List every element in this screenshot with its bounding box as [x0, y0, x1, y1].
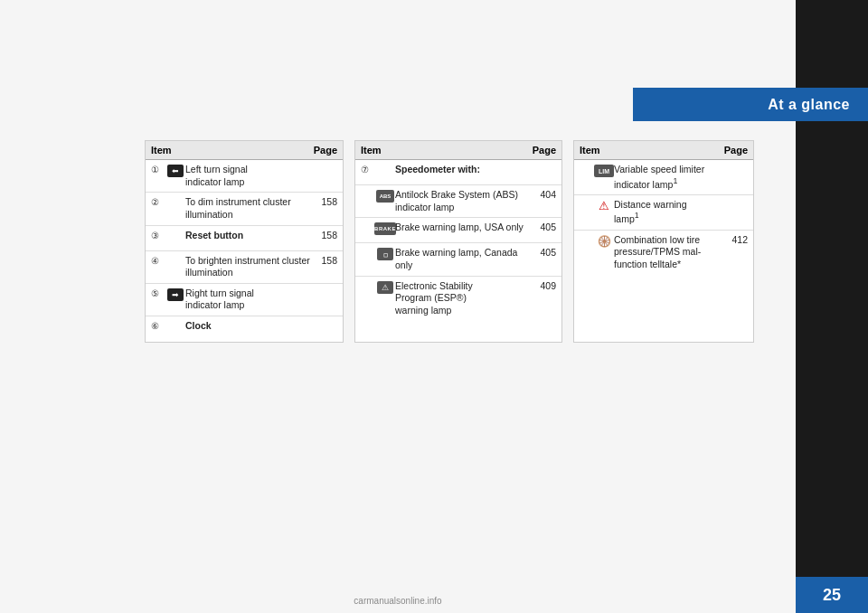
table-2-page-col: Page	[524, 145, 556, 156]
brake-canada-icon: ◻	[375, 247, 395, 260]
row-number: ⑥	[151, 321, 165, 331]
row-text: Clock	[185, 320, 310, 333]
row-text: Variable speed limiterindicator lamp1	[614, 164, 721, 191]
table-1: Item Page ① ⬅ Left turn signalindicator …	[145, 140, 344, 343]
row-text: Speedometer with:	[395, 164, 529, 176]
row-page: 404	[529, 189, 556, 200]
row-text: Distance warninglamp1	[614, 199, 721, 226]
lim-icon: LIM	[594, 164, 614, 177]
watermark: carmanualsonline.info	[0, 596, 796, 606]
tables-container: Item Page ① ⬅ Left turn signalindicator …	[145, 140, 754, 343]
row-page: 405	[529, 222, 556, 232]
table-3: Item Page LIM Variable speed limiterindi…	[573, 140, 754, 343]
turn-right-icon: ➡	[165, 288, 185, 301]
row-text: Combination low tirepressure/TPMS mal-fu…	[614, 234, 721, 271]
tire-pressure-icon: 🛞	[594, 234, 614, 248]
table-row: BRAKE Brake warning lamp, USA only 405	[355, 218, 561, 243]
row-number: ④	[151, 256, 165, 266]
row-page: 158	[310, 230, 337, 240]
table-row: LIM Variable speed limiterindicator lamp…	[574, 160, 753, 195]
no-icon	[165, 255, 185, 256]
row-page: 409	[529, 280, 556, 291]
no-icon	[165, 320, 185, 321]
row-page: 412	[721, 234, 748, 245]
table-3-header: Item Page	[574, 141, 753, 160]
esp-icon: ⚠	[375, 280, 395, 294]
table-2-header: Item Page	[355, 141, 561, 160]
row-number: ①	[151, 165, 165, 174]
row-text: To brighten instrument cluster illuminat…	[185, 255, 310, 279]
row-text: Brake warning lamp, Canada only	[395, 247, 529, 271]
row-text: Electronic StabilityProgram (ESP®)warnin…	[395, 280, 529, 317]
table-row: ① ⬅ Left turn signalindicator lamp	[146, 160, 343, 193]
table-row: ⑥ Clock	[146, 316, 343, 342]
row-page: 405	[529, 247, 556, 258]
no-icon	[375, 164, 395, 165]
row-text: Reset button	[185, 230, 310, 242]
table-1-page-col: Page	[306, 145, 337, 156]
table-3-page-col: Page	[716, 145, 748, 156]
row-text: Left turn signalindicator lamp	[185, 164, 310, 188]
table-1-item-col: Item	[151, 145, 306, 156]
table-row: 🛞 Combination low tirepressure/TPMS mal-…	[574, 231, 753, 275]
row-text: To dim instrument cluster illumination	[185, 196, 310, 221]
table-row: ⑦ Speedometer with:	[355, 160, 561, 185]
no-icon	[165, 196, 185, 197]
row-number: ③	[151, 231, 165, 240]
page-number: 25	[823, 586, 841, 605]
abs-icon: ABS	[375, 189, 395, 203]
table-1-header: Item Page	[146, 141, 343, 160]
watermark-text: carmanualsonline.info	[354, 596, 441, 606]
no-icon	[165, 230, 185, 231]
table-2-item-col: Item	[361, 145, 524, 156]
page-number-box: 25	[796, 577, 868, 613]
brake-icon: BRAKE	[375, 222, 395, 235]
row-text: Right turn signalindicator lamp	[185, 288, 310, 312]
row-number: ⑤	[151, 288, 165, 298]
header-title: At a glance	[768, 97, 850, 113]
table-row: ◻ Brake warning lamp, Canada only 405	[355, 243, 561, 276]
table-row: ⚠ Electronic StabilityProgram (ESP®)warn…	[355, 277, 561, 321]
row-text: Antilock Brake System (ABS) indicator la…	[395, 189, 529, 213]
table-row: ⑤ ➡ Right turn signalindicator lamp	[146, 284, 343, 316]
row-number: ⑦	[361, 165, 375, 174]
row-page: 158	[310, 196, 337, 207]
table-row: ⚠ Distance warninglamp1	[574, 195, 753, 231]
turn-left-icon: ⬅	[165, 164, 185, 177]
row-number: ②	[151, 197, 165, 207]
table-3-item-col: Item	[580, 145, 716, 156]
table-row: ④ To brighten instrument cluster illumin…	[146, 251, 343, 284]
table-2: Item Page ⑦ Speedometer with: ABS Antilo…	[354, 140, 562, 343]
table-row: ② To dim instrument cluster illumination…	[146, 193, 343, 225]
header-banner: At a glance	[633, 88, 868, 121]
table-row: ABS Antilock Brake System (ABS) indicato…	[355, 185, 561, 218]
distance-warning-icon: ⚠	[594, 199, 614, 212]
table-row: ③ Reset button 158	[146, 226, 343, 251]
row-text: Brake warning lamp, USA only	[395, 222, 529, 234]
row-page: 158	[310, 255, 337, 266]
